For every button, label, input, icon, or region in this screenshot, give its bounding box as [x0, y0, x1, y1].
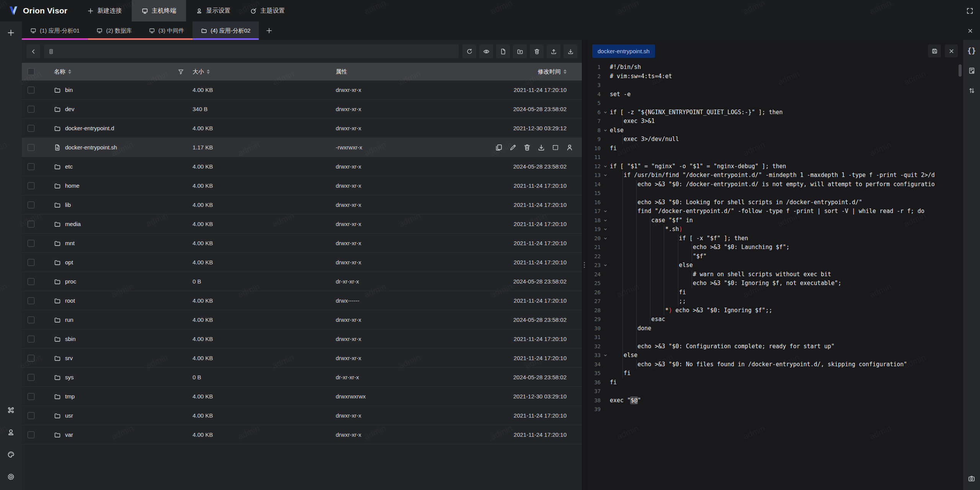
app-logo[interactable]: Orion Visor: [0, 5, 77, 16]
fold-chevron-icon[interactable]: [601, 351, 610, 360]
code-editor[interactable]: 1#!/bin/sh2# vim:sw=4:ts=4:et34set -e56i…: [587, 62, 963, 490]
row-checkbox[interactable]: [28, 202, 34, 208]
upload-button[interactable]: [547, 44, 560, 58]
panel-splitter[interactable]: [582, 40, 587, 490]
fold-chevron-icon[interactable]: [601, 126, 610, 135]
fold-chevron-icon[interactable]: [601, 261, 610, 270]
nav-item-new-connection[interactable]: 新建连接: [77, 0, 132, 21]
fold-chevron-icon[interactable]: [601, 171, 610, 180]
column-header-name[interactable]: 名称: [40, 68, 193, 75]
new-file-button[interactable]: [496, 44, 510, 58]
screenshot-button[interactable]: [966, 473, 977, 484]
new-folder-button[interactable]: [513, 44, 527, 58]
row-checkbox[interactable]: [28, 125, 34, 132]
sidebar-theme-settings-button[interactable]: [5, 448, 18, 461]
row-checkbox[interactable]: [28, 412, 34, 419]
terminal-tab-2[interactable]: (2) 数据库: [88, 21, 140, 40]
filter-icon[interactable]: [178, 69, 184, 75]
table-row[interactable]: run4.00 KBdrwxr-xr-x2024-05-28 23:58:02: [22, 310, 582, 329]
row-action-delete-button[interactable]: [523, 144, 531, 151]
table-row[interactable]: home4.00 KBdrwxr-xr-x2021-11-24 17:20:10: [22, 176, 582, 195]
open-file-tag[interactable]: docker-entrypoint.sh: [592, 44, 655, 58]
snippets-button[interactable]: {}: [966, 45, 977, 56]
fold-chevron-icon[interactable]: [601, 225, 610, 234]
select-all-checkbox[interactable]: [28, 68, 34, 75]
close-panel-button[interactable]: [960, 21, 980, 40]
row-checkbox[interactable]: [28, 221, 34, 228]
fold-chevron-icon[interactable]: [601, 234, 610, 243]
table-row[interactable]: tmp4.00 KBdrwxrwxrwx2021-12-30 03:29:10: [22, 387, 582, 406]
sort-mtime-icon[interactable]: [564, 69, 567, 74]
sidebar-new-tab-button[interactable]: [5, 26, 18, 39]
column-header-mtime[interactable]: 修改时间: [504, 68, 582, 75]
terminal-tab-1[interactable]: (1) 应用-分析01: [22, 21, 88, 40]
refresh-button[interactable]: [462, 44, 476, 58]
fullscreen-button[interactable]: [964, 5, 975, 16]
download-button[interactable]: [564, 44, 577, 58]
table-row[interactable]: sbin4.00 KBdrwxr-xr-x2021-11-24 17:20:10: [22, 329, 582, 349]
path-input[interactable]: [57, 48, 455, 55]
sidebar-shortcuts-button[interactable]: [5, 403, 18, 416]
preview-button[interactable]: [479, 44, 493, 58]
column-header-size[interactable]: 大小: [193, 68, 336, 75]
row-checkbox[interactable]: [28, 144, 34, 151]
table-row[interactable]: root4.00 KBdrwx------2021-11-24 17:20:10: [22, 291, 582, 310]
table-row[interactable]: usr4.00 KBdrwxr-xr-x2021-11-24 17:20:10: [22, 406, 582, 425]
row-checkbox[interactable]: [28, 297, 34, 304]
nav-item-host-terminal[interactable]: 主机终端: [132, 0, 186, 21]
fold-chevron-icon[interactable]: [601, 207, 610, 216]
nav-item-theme-settings[interactable]: 主题设置: [240, 0, 295, 21]
save-button[interactable]: [928, 44, 941, 57]
row-checkbox[interactable]: [28, 106, 34, 113]
sidebar-settings-button[interactable]: [5, 470, 18, 483]
table-row[interactable]: media4.00 KBdrwxr-xr-x2021-11-24 17:20:1…: [22, 215, 582, 234]
row-checkbox[interactable]: [28, 240, 34, 247]
table-row[interactable]: var4.00 KBdrwxr-xr-x2021-11-24 17:20:10: [22, 425, 582, 444]
fold-chevron-icon[interactable]: [601, 108, 610, 117]
close-editor-button[interactable]: [945, 44, 958, 57]
terminal-tab-3[interactable]: (3) 中间件: [140, 21, 193, 40]
sort-size-icon[interactable]: [207, 69, 210, 74]
sort-name-icon[interactable]: [68, 69, 71, 74]
row-action-permission-button[interactable]: [566, 144, 573, 151]
row-checkbox[interactable]: [28, 316, 34, 323]
table-row[interactable]: etc4.00 KBdrwxr-xr-x2024-05-28 23:58:02: [22, 157, 582, 176]
row-checkbox[interactable]: [28, 374, 34, 381]
file-info-button[interactable]: [966, 65, 977, 76]
fold-chevron-icon[interactable]: [601, 162, 610, 171]
fold-chevron-icon[interactable]: [601, 216, 610, 225]
row-checkbox[interactable]: [28, 87, 34, 93]
table-row[interactable]: docker-entrypoint.d4.00 KBdrwxr-xr-x2021…: [22, 119, 582, 138]
table-row[interactable]: bin4.00 KBdrwxr-xr-x2021-11-24 17:20:10: [22, 80, 582, 100]
table-row[interactable]: docker-entrypoint.sh1.17 KB-rwxrwxr-x: [22, 138, 582, 157]
back-button[interactable]: [26, 44, 40, 58]
row-checkbox[interactable]: [28, 278, 34, 285]
row-action-download-button[interactable]: [537, 144, 545, 151]
table-row[interactable]: proc0 Bdr-xr-xr-x2024-05-28 23:58:02: [22, 272, 582, 291]
scroll-sync-button[interactable]: [966, 85, 977, 96]
row-checkbox[interactable]: [28, 259, 34, 266]
new-tab-button[interactable]: [259, 21, 279, 40]
table-row[interactable]: mnt4.00 KBdrwxr-xr-x2021-11-24 17:20:10: [22, 234, 582, 253]
table-row[interactable]: dev340 Bdrwxr-xr-x2024-05-28 23:58:02: [22, 100, 582, 119]
table-row[interactable]: sys0 Bdr-xr-xr-x2024-05-28 23:58:02: [22, 368, 582, 387]
row-checkbox[interactable]: [28, 163, 34, 170]
row-checkbox[interactable]: [28, 393, 34, 400]
path-list-icon[interactable]: [48, 48, 54, 55]
table-row[interactable]: lib4.00 KBdrwxr-xr-x2021-11-24 17:20:10: [22, 195, 582, 215]
row-checkbox[interactable]: [28, 336, 34, 343]
row-action-move-button[interactable]: [552, 144, 559, 151]
row-action-edit-button[interactable]: [509, 144, 517, 151]
nav-item-display-settings[interactable]: 显示设置: [186, 0, 240, 21]
row-checkbox[interactable]: [28, 355, 34, 362]
row-checkbox[interactable]: [28, 182, 34, 189]
sidebar-display-settings-button[interactable]: [5, 426, 18, 439]
terminal-tab-4[interactable]: (4) 应用-分析02: [193, 21, 259, 40]
table-row[interactable]: srv4.00 KBdrwxr-xr-x2021-11-24 17:20:10: [22, 349, 582, 368]
table-row[interactable]: opt4.00 KBdrwxr-xr-x2021-11-24 17:20:10: [22, 253, 582, 272]
delete-button[interactable]: [530, 44, 544, 58]
row-checkbox[interactable]: [28, 431, 34, 438]
file-mtime: 2021-11-24 17:20:10: [504, 412, 582, 419]
row-action-copy-button[interactable]: [495, 144, 503, 151]
editor-scrollbar[interactable]: [959, 64, 962, 77]
